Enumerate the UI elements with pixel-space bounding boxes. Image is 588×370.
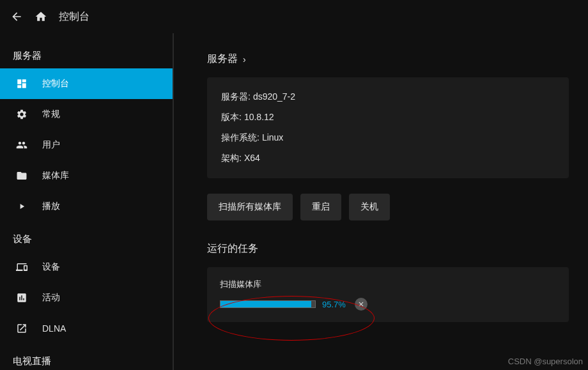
shutdown-button[interactable]: 关机 xyxy=(349,194,390,220)
task-card: 扫描媒体库 95.7% xyxy=(207,267,569,322)
server-name-label: 服务器: xyxy=(221,91,251,103)
sidebar-item-label: 用户 xyxy=(42,139,60,151)
sidebar-section-devices: 设备 xyxy=(0,222,173,252)
sidebar-item-dashboard[interactable]: 控制台 xyxy=(0,68,173,99)
content-area: 服务器 › 服务器: ds920_7-2 版本: 10.8.12 操作系统: L… xyxy=(174,33,588,370)
sidebar-item-label: 媒体库 xyxy=(42,170,69,181)
sidebar-item-label: 常规 xyxy=(42,109,60,120)
progress-text: 95.7% xyxy=(322,300,346,309)
sidebar-item-label: DLNA xyxy=(42,323,66,334)
scan-library-button[interactable]: 扫描所有媒体库 xyxy=(207,194,293,220)
tasks-section-title: 运行的任务 xyxy=(207,242,569,256)
sidebar-item-label: 设备 xyxy=(42,261,60,273)
cancel-task-button[interactable] xyxy=(355,298,368,311)
version-label: 版本: xyxy=(221,112,242,123)
dashboard-icon xyxy=(15,77,28,90)
dlna-icon xyxy=(15,322,28,335)
server-info-card: 服务器: ds920_7-2 版本: 10.8.12 操作系统: Linux 架… xyxy=(207,77,569,178)
watermark: CSDN @supersolon xyxy=(508,357,583,366)
sidebar-item-activity[interactable]: 活动 xyxy=(0,282,173,313)
users-icon xyxy=(15,139,28,151)
sidebar-item-label: 控制台 xyxy=(42,78,69,89)
chart-icon xyxy=(15,291,28,304)
app-header: 控制台 xyxy=(0,0,588,33)
chevron-right-icon: › xyxy=(243,54,246,65)
home-icon[interactable] xyxy=(35,10,47,23)
page-title: 控制台 xyxy=(59,10,89,24)
server-name-value: ds920_7-2 xyxy=(253,91,295,103)
sidebar-item-dlna[interactable]: DLNA xyxy=(0,313,173,344)
info-row-server: 服务器: ds920_7-2 xyxy=(221,91,555,103)
sidebar-section-server: 服务器 xyxy=(0,38,173,68)
sidebar-item-devices[interactable]: 设备 xyxy=(0,252,173,282)
os-value: Linux xyxy=(262,132,283,144)
info-row-os: 操作系统: Linux xyxy=(221,132,555,144)
sidebar: 服务器 控制台 常规 用户 媒体库 播放 设备 设备 活动 xyxy=(0,33,174,370)
sidebar-item-playback[interactable]: 播放 xyxy=(0,191,173,222)
task-name: 扫描媒体库 xyxy=(220,279,556,290)
gear-icon xyxy=(15,108,28,121)
restart-button[interactable]: 重启 xyxy=(300,194,341,220)
back-icon[interactable] xyxy=(10,10,23,23)
os-label: 操作系统: xyxy=(221,132,259,144)
version-value: 10.8.12 xyxy=(244,112,274,123)
info-row-arch: 架构: X64 xyxy=(221,153,555,164)
sidebar-item-users[interactable]: 用户 xyxy=(0,130,173,160)
info-row-version: 版本: 10.8.12 xyxy=(221,112,555,123)
server-section-link[interactable]: 服务器 › xyxy=(207,52,569,66)
devices-icon xyxy=(15,261,28,274)
sidebar-item-library[interactable]: 媒体库 xyxy=(0,160,173,191)
server-section-title: 服务器 xyxy=(207,52,238,66)
sidebar-item-general[interactable]: 常规 xyxy=(0,99,173,130)
action-buttons: 扫描所有媒体库 重启 关机 xyxy=(207,194,569,220)
arch-value: X64 xyxy=(244,153,260,164)
progress-fill xyxy=(220,301,311,307)
folder-icon xyxy=(15,169,28,182)
sidebar-item-label: 活动 xyxy=(42,292,60,304)
play-icon xyxy=(15,200,28,213)
sidebar-section-livetv: 电视直播 xyxy=(0,344,173,370)
arch-label: 架构: xyxy=(221,153,242,164)
sidebar-item-label: 播放 xyxy=(42,201,60,212)
progress-row: 95.7% xyxy=(220,298,556,311)
progress-bar xyxy=(220,300,316,308)
